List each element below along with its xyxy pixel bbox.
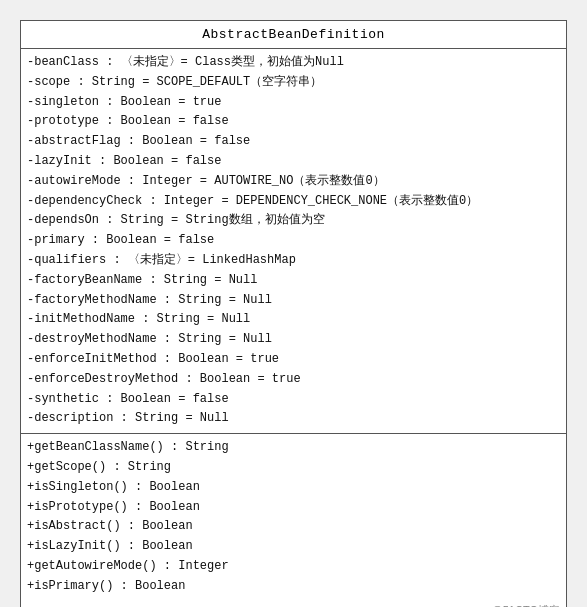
method-item: +isPrimary() : Boolean bbox=[27, 577, 560, 597]
field-item: -primary : Boolean = false bbox=[27, 231, 560, 251]
watermark: @51CTO博客 bbox=[21, 601, 566, 607]
field-item: -dependencyCheck : Integer = DEPENDENCY_… bbox=[27, 192, 560, 212]
field-item: -synthetic : Boolean = false bbox=[27, 390, 560, 410]
field-item: -enforceDestroyMethod : Boolean = true bbox=[27, 370, 560, 390]
class-diagram: AbstractBeanDefinition -beanClass : 〈未指定… bbox=[20, 20, 567, 607]
field-item: -lazyInit : Boolean = false bbox=[27, 152, 560, 172]
method-item: +isAbstract() : Boolean bbox=[27, 517, 560, 537]
field-item: -scope : String = SCOPE_DEFAULT（空字符串） bbox=[27, 73, 560, 93]
field-item: -destroyMethodName : String = Null bbox=[27, 330, 560, 350]
methods-section: +getBeanClassName() : String+getScope() … bbox=[21, 434, 566, 600]
method-item: +isPrototype() : Boolean bbox=[27, 498, 560, 518]
method-item: +isSingleton() : Boolean bbox=[27, 478, 560, 498]
method-item: +getAutowireMode() : Integer bbox=[27, 557, 560, 577]
field-item: -enforceInitMethod : Boolean = true bbox=[27, 350, 560, 370]
class-title: AbstractBeanDefinition bbox=[21, 21, 566, 49]
field-item: -abstractFlag : Boolean = false bbox=[27, 132, 560, 152]
method-item: +getBeanClassName() : String bbox=[27, 438, 560, 458]
method-item: +isLazyInit() : Boolean bbox=[27, 537, 560, 557]
field-item: -initMethodName : String = Null bbox=[27, 310, 560, 330]
field-item: -description : String = Null bbox=[27, 409, 560, 429]
method-item: +getScope() : String bbox=[27, 458, 560, 478]
field-item: -dependsOn : String = String数组，初始值为空 bbox=[27, 211, 560, 231]
fields-section: -beanClass : 〈未指定〉= Class类型，初始值为Null-sco… bbox=[21, 49, 566, 434]
field-item: -autowireMode : Integer = AUTOWIRE_NO（表示… bbox=[27, 172, 560, 192]
field-item: -qualifiers : 〈未指定〉= LinkedHashMap bbox=[27, 251, 560, 271]
field-item: -prototype : Boolean = false bbox=[27, 112, 560, 132]
field-item: -beanClass : 〈未指定〉= Class类型，初始值为Null bbox=[27, 53, 560, 73]
field-item: -singleton : Boolean = true bbox=[27, 93, 560, 113]
field-item: -factoryBeanName : String = Null bbox=[27, 271, 560, 291]
field-item: -factoryMethodName : String = Null bbox=[27, 291, 560, 311]
